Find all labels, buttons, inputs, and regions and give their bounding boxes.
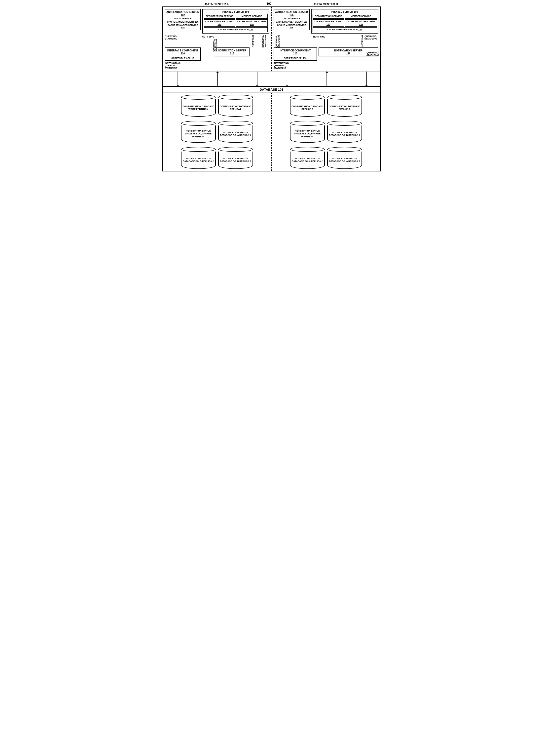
cache-mgr-124: CACHE MANAGER CLIENT 124 — [204, 19, 236, 27]
notifying-right-2: NOTIFYING — [361, 35, 363, 47]
instructing-right: INSTRUCTING,QUERYING,STATUSING — [273, 62, 378, 69]
notif-status-dcb-write: NOTIFICATION STATUS DATABASE DC_B WRITE … — [290, 121, 325, 143]
reg-service-124: REGISTRAT-ION SERVICE — [204, 14, 236, 19]
db-right-row-2: NOTIFICATION STATUS DATABASE DC_B WRITE … — [273, 121, 378, 143]
notif-status-dca-replica2: NOTIFICATION STATUS DATABASE DC_A REPLIC… — [290, 147, 325, 169]
config-db-replica1: CONFIGURATION DATABASE REPLICA1 — [218, 95, 253, 117]
config-db-replica3: CONFIGURATION DATABASE REPLICA 3 — [327, 95, 362, 117]
notifying-left-1: NOTIFYING — [202, 36, 214, 38]
interface-110-right-ref: 110 — [275, 52, 315, 55]
notifying-right-1: NOTIFYING — [313, 36, 325, 38]
auth-server-106-title: AUTHENTICATION SERVER — [275, 10, 308, 14]
data-center-a-label: DATA CENTER A — [162, 2, 272, 6]
notif-status-dca-replica3: NOTIFICATION STATUS DATABASE DC_A REPLIC… — [327, 147, 362, 169]
notif-dca-replica2-label: NOTIFICATION STATUS DATABASE DC_A REPLIC… — [290, 152, 325, 169]
profile-server-104: PROFILE SERVER 104 REGISTRAT-ION SERVICE… — [202, 9, 269, 34]
right-server-row: AUTHENTICATION SERVER 106 LOGIN SERVICE … — [273, 9, 378, 34]
notif-status-dca-write: NOTIFICATION STATUS DATABASE DC_A WRITE … — [181, 121, 216, 143]
auth-login-service: LOGIN SERVICE — [166, 17, 199, 20]
auth-server-106: AUTHENTICATION SERVER 106 LOGIN SERVICE … — [273, 9, 309, 30]
left-half: AUTHENTICATION SERVER 102 LOGIN SERVICE … — [163, 7, 272, 71]
database-label: DATABASE 101 — [163, 87, 380, 93]
notif-status-dcb-replica1: NOTIFICATION STATUS DATABASE DC_B REPLIC… — [327, 121, 362, 143]
data-center-b-label: DATA CENTER B — [272, 2, 381, 6]
notif-dcb-replica3-label: NOTIFICATION STATUS DATABASE DC_B REPLIC… — [218, 152, 253, 169]
config-db-write-partition: CONFIGURATION DATABASE WRITE PARTITION — [181, 95, 216, 117]
notif-dca-replica3-label: NOTIFICATION STATUS DATABASE DC_A REPLIC… — [327, 152, 362, 169]
profile-server-104-title: PROFILE SERVER 104 — [204, 10, 268, 13]
db-left-row-3: NOTIFICATION STATUS DATABASE DC_B REPLIC… — [165, 147, 269, 169]
ref-number: 100 — [267, 2, 272, 5]
interface-110-left-ref: 110 — [166, 52, 199, 55]
cache-mgr-134: CACHE MANAGER CLIENT 134 — [312, 19, 344, 27]
arrows-svg — [163, 72, 381, 86]
cache-mgr-126: CACHE MANAGER CLIENT 126 — [236, 19, 268, 27]
querying-statusing-right-bottom: QUERYING,STATUSING — [366, 51, 379, 56]
notif-dcb-replica1-label: NOTIFICATION STATUS DATABASE DC_B REPLIC… — [327, 125, 362, 143]
reg-service-108: REGISTRATION SERVICE — [312, 14, 344, 19]
querying-statusing-left: QUERYING,STATUSING — [165, 35, 178, 40]
db-right-row-3: NOTIFICATION STATUS DATABASE DC_A REPLIC… — [273, 147, 378, 169]
notif-status-dca-replica1: NOTIFICATION STATUS DATABASE DC_A REPLIC… — [218, 121, 253, 143]
right-interface-row: INTERFACE COMPONENT 110 SCRIPTABLE API 1… — [273, 47, 378, 61]
notif-dcb-replica2-label: NOTIFICATION STATUS DATABASE DC_B REPLIC… — [181, 152, 216, 169]
notif-status-dcb-replica3: NOTIFICATION STATUS DATABASE DC_B REPLIC… — [218, 147, 253, 169]
interface-110-right-title: INTERFACE COMPONENT — [275, 49, 315, 52]
auth-cache-manger-130: CACHE MANGER CLIENT 130 — [275, 21, 308, 23]
notif-dcb-write-label: NOTIFICATION STATUS DATABASE DC_B WRITE … — [290, 125, 325, 143]
right-arrows-1: NOTIFYING QUERYING,STATUSING QUERYING, S… — [273, 35, 378, 47]
auth-cache-manager-service: CACHE MANAGER SERVICE 118 — [166, 24, 199, 29]
config-db-write-label: CONFIGURATION DATABASE WRITE PARTITION — [181, 99, 216, 117]
auth-cache-manger: CACHE MANGER CLIENT 120 — [166, 21, 199, 23]
config-db-replica3-label: CONFIGURATION DATABASE REPLICA 3 — [327, 99, 362, 117]
database-section: DATABASE 101 CONFIGURATION DATABASE WRIT… — [163, 86, 380, 171]
db-left-half: CONFIGURATION DATABASE WRITE PARTITION C… — [163, 93, 272, 171]
cache-mgr-136: CACHE MANAGER CLIENT 136 — [345, 19, 377, 27]
config-db-replica2-label: CONFIGURATION DATABASE REPLICA 2 — [290, 99, 325, 117]
middle-arrows-row — [163, 71, 380, 86]
diagram-container: DATA CENTER A DATA CENTER B 100 AUTHENTI… — [162, 2, 381, 171]
member-service-108: MEMBER SERVICE — [345, 14, 377, 19]
interface-110-left-title: INTERFACE COMPONENT — [166, 49, 199, 52]
querying-statusing-rotated-left: QUERYING, STATUSING — [262, 35, 267, 48]
scriptable-api-right: SCRIPTABLE API 112 — [275, 56, 315, 59]
notification-114-ref: 114 — [216, 52, 248, 55]
db-right-row-1: CONFIGURATION DATABASE REPLICA 2 CONFIGU… — [273, 95, 378, 117]
querying-statusing-right: QUERYING,STATUSING — [364, 35, 377, 40]
notification-server-114: NOTIFICATION SERVER 114 — [215, 47, 250, 56]
config-db-replica2: CONFIGURATION DATABASE REPLICA 2 — [290, 95, 325, 117]
db-left-row-1: CONFIGURATION DATABASE WRITE PARTITION C… — [165, 95, 269, 117]
config-db-replica1-label: CONFIGURATION DATABASE REPLICA1 — [218, 99, 253, 117]
auth-cache-manager-128: CACHE MANGER SERVICE 128 — [275, 24, 308, 29]
cache-mgr-service-132: CACHE MANAGER SERVICE 132 — [312, 27, 377, 32]
profile-server-108-title: PROFILE SERVER 108 — [312, 10, 377, 13]
profile-server-108: PROFILE SERVER 108 REGISTRATION SERVICE … — [311, 9, 378, 34]
auth-server-106-ref: 106 — [275, 14, 308, 16]
db-right-half: CONFIGURATION DATABASE REPLICA 2 CONFIGU… — [272, 93, 380, 171]
interface-110-right: INTERFACE COMPONENT 110 SCRIPTABLE API 1… — [273, 47, 317, 61]
left-server-row: AUTHENTICATION SERVER 102 LOGIN SERVICE … — [165, 9, 269, 34]
db-left-row-2: NOTIFICATION STATUS DATABASE DC_A WRITE … — [165, 121, 269, 143]
querying-statusing-rotated-right: QUERYING, STATUSING — [275, 35, 280, 48]
querying-statusing-rotated-left-2: QUERYING,STATUSING — [213, 39, 218, 52]
notif-dca-replica1-label: NOTIFICATION STATUS DATABASE DC_A REPLIC… — [218, 125, 253, 143]
auth-server-102-ref: 102 — [166, 14, 199, 16]
member-service-104: MEMBER SERVICE — [236, 14, 268, 19]
notification-114-title: NOTIFICATION SERVER — [216, 49, 248, 52]
auth-server-102: AUTHENTICATION SERVER 102 LOGIN SERVICE … — [165, 9, 201, 30]
right-half: AUTHENTICATION SERVER 106 LOGIN SERVICE … — [272, 7, 380, 71]
cache-mgr-service-122: CACHE MANAGER SERVICE 122 — [204, 27, 268, 32]
interface-110-left: INTERFACE COMPONENT 110 SCRIPTABLE API 1… — [165, 47, 201, 61]
notif-dca-write-label: NOTIFICATION STATUS DATABASE DC_A WRITE … — [181, 125, 216, 143]
notif-status-dcb-replica2: NOTIFICATION STATUS DATABASE DC_B REPLIC… — [181, 147, 216, 169]
notifying-left-2: NOTIFYING — [252, 35, 254, 47]
auth-login-106: LOGIN SERVICE — [275, 17, 308, 20]
scriptable-api-left: SCRIPTABLE API 112 — [166, 56, 199, 59]
db-halves: CONFIGURATION DATABASE WRITE PARTITION C… — [163, 93, 380, 171]
auth-server-102-title: AUTHENTICATION SERVER — [166, 10, 199, 14]
instructing-left: INSTRUCTING,QUERYING,STATUSING — [165, 62, 269, 69]
